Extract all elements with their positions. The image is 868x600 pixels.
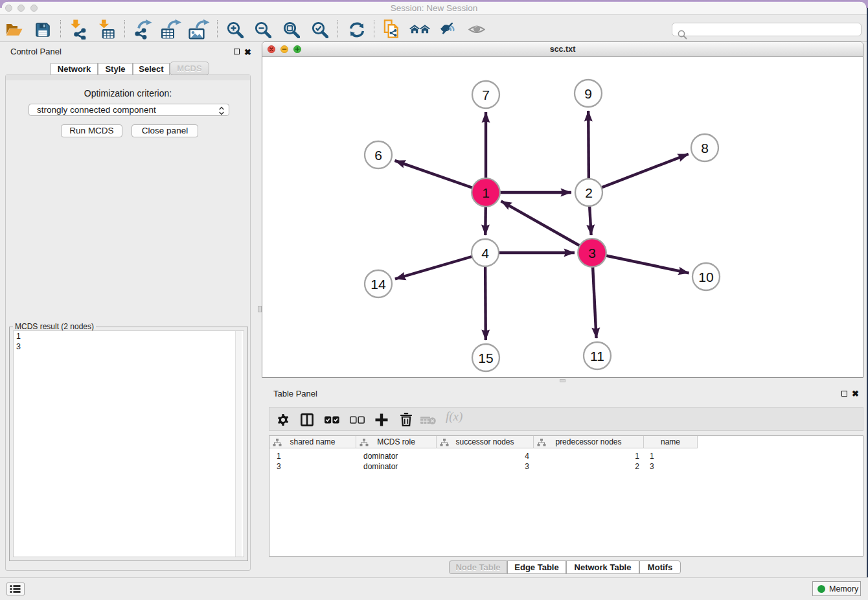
svg-text:9: 9: [584, 86, 592, 101]
svg-text:7: 7: [482, 87, 490, 102]
svg-text:2: 2: [585, 185, 593, 200]
svg-text:8: 8: [701, 141, 709, 156]
svg-text:10: 10: [698, 270, 713, 284]
svg-text:15: 15: [478, 351, 493, 365]
svg-text:4: 4: [481, 246, 489, 260]
svg-text:3: 3: [588, 246, 596, 260]
svg-text:1: 1: [482, 185, 490, 200]
svg-text:14: 14: [371, 277, 386, 292]
svg-text:6: 6: [374, 148, 382, 163]
svg-text:11: 11: [590, 349, 604, 363]
